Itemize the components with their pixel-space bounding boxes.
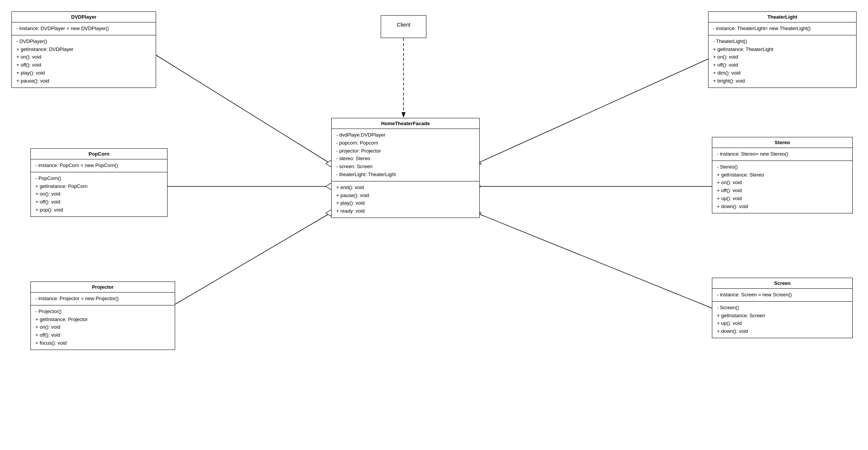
projector-section1: - instance: Projector = new Projector(): [31, 293, 175, 305]
stereo-section2: - Stereo() + getInstance: Stereo + on():…: [712, 161, 852, 213]
dvdplayer-title: DVDPlayer: [12, 12, 156, 22]
projector-box: Projector - instance: Projector = new Pr…: [30, 281, 175, 350]
popcorn-section2: - PopCorn() + getInstance: PopCorn + on(…: [31, 172, 167, 216]
facade-title: HomeTheaterFacade: [332, 118, 479, 129]
svg-line-8: [175, 213, 330, 304]
projector-section2: - Projector() + getInstance: Projector +…: [31, 305, 175, 350]
stereo-box: Stereo - instance: Stereo= new Stereo() …: [712, 137, 853, 213]
popcorn-section1: - instance: PopCorn = new PopCorn(): [31, 159, 167, 172]
screen-box: Screen - instance: Screen = new Screen()…: [712, 278, 853, 338]
diagram-container: Client DVDPlayer - instance: DVDPlayer =…: [0, 0, 868, 450]
facade-section2: + end(): void + pause(): void + play(): …: [332, 181, 479, 218]
stereo-title: Stereo: [712, 137, 852, 148]
screen-section2: - Screen() + getInstance: Screen + up():…: [712, 302, 852, 338]
theaterlight-box: TheaterLight - instance: TheaterLight= n…: [708, 11, 857, 88]
dvdplayer-box: DVDPlayer - instance: DVDPlayer = new DV…: [11, 11, 156, 88]
popcorn-box: PopCorn - instance: PopCorn = new PopCor…: [30, 148, 168, 217]
stereo-section1: - instance: Stereo= new Stereo(): [712, 148, 852, 161]
svg-line-4: [156, 55, 330, 164]
popcorn-title: PopCorn: [31, 149, 167, 159]
theaterlight-title: TheaterLight: [708, 12, 856, 22]
theaterlight-section2: - TheaterLight() + getInstance: TheaterL…: [708, 35, 856, 87]
screen-section1: - instance: Screen = new Screen(): [712, 289, 852, 302]
theaterlight-section1: - instance: TheaterLight= new TheaterLig…: [708, 22, 856, 35]
dvdplayer-section1: - instance: DVDPlayer = new DVDPlayer(): [12, 22, 156, 35]
svg-line-10: [477, 59, 708, 164]
dvdplayer-section2: - DVDPlayer() + getInstance: DVDPlayer +…: [12, 35, 156, 87]
projector-title: Projector: [31, 282, 175, 293]
svg-line-14: [477, 213, 712, 308]
screen-title: Screen: [712, 278, 852, 289]
client-box: Client: [381, 15, 426, 38]
facade-box: HomeTheaterFacade - dvdPlaye:DVDPlayer -…: [331, 118, 480, 218]
facade-section1: - dvdPlaye:DVDPlayer - popcorn: Popcorn …: [332, 129, 479, 181]
client-label: Client: [397, 22, 410, 28]
